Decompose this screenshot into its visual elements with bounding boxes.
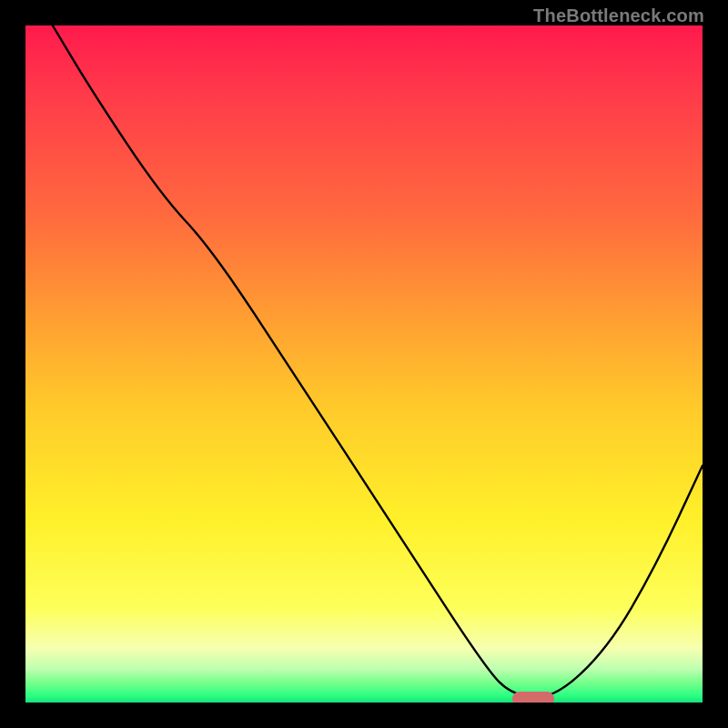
attribution-label: TheBottleneck.com [533,5,704,26]
curve-layer [25,25,703,703]
optimal-marker [512,692,554,703]
plot-area [25,25,703,703]
chart-frame: TheBottleneck.com [0,0,728,728]
bottleneck-curve [53,25,703,698]
